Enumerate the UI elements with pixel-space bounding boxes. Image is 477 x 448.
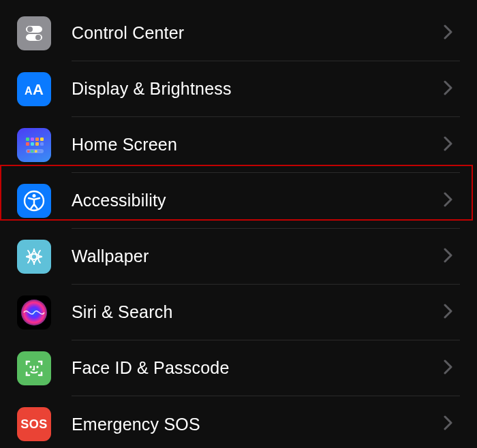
- settings-item-siri-search[interactable]: Siri & Search: [0, 285, 477, 340]
- siri-icon: [17, 295, 51, 330]
- svg-point-21: [31, 254, 37, 259]
- settings-item-display-brightness[interactable]: A A Display & Brightness: [0, 61, 477, 117]
- home-screen-icon: [17, 128, 51, 162]
- chevron-right-icon: [444, 192, 453, 210]
- chevron-right-icon: [444, 248, 453, 266]
- settings-item-face-id-passcode[interactable]: Face ID & Passcode: [0, 340, 477, 396]
- item-label: Face ID & Passcode: [72, 358, 229, 378]
- item-label: Home Screen: [72, 135, 177, 155]
- svg-rect-18: [39, 150, 42, 153]
- chevron-right-icon: [444, 25, 453, 42]
- item-body: Display & Brightness: [72, 61, 460, 117]
- svg-rect-15: [27, 150, 30, 153]
- item-body: Wallpaper: [72, 229, 460, 285]
- svg-rect-7: [31, 138, 34, 141]
- svg-point-24: [36, 366, 38, 368]
- wallpaper-icon: [17, 240, 51, 274]
- control-center-icon: [17, 16, 51, 50]
- svg-point-1: [27, 27, 33, 32]
- sos-icon: SOS: [17, 407, 51, 441]
- chevron-right-icon: [444, 359, 453, 377]
- item-body: Siri & Search: [72, 285, 460, 340]
- svg-rect-12: [35, 142, 39, 146]
- svg-text:A: A: [25, 85, 33, 97]
- svg-rect-16: [31, 150, 34, 153]
- svg-point-20: [33, 194, 36, 197]
- chevron-right-icon: [444, 80, 453, 98]
- chevron-right-icon: [444, 136, 453, 154]
- svg-rect-13: [40, 142, 44, 146]
- svg-text:A: A: [33, 81, 44, 98]
- svg-point-23: [29, 366, 31, 368]
- svg-rect-11: [31, 142, 34, 146]
- settings-item-accessibility[interactable]: Accessibility: [0, 173, 477, 229]
- settings-list: Control Center A A Display & Brightness: [0, 0, 477, 448]
- item-label: Emergency SOS: [72, 415, 200, 434]
- svg-rect-10: [26, 142, 29, 146]
- svg-rect-8: [35, 138, 39, 141]
- item-body: Accessibility: [72, 173, 460, 229]
- svg-rect-9: [40, 138, 44, 141]
- sos-icon-text: SOS: [20, 417, 48, 432]
- settings-item-wallpaper[interactable]: Wallpaper: [0, 229, 477, 285]
- item-body: Face ID & Passcode: [72, 340, 460, 396]
- chevron-right-icon: [444, 415, 453, 433]
- svg-point-3: [35, 35, 41, 40]
- svg-rect-6: [26, 138, 29, 141]
- item-body: Control Center: [72, 5, 460, 61]
- display-brightness-icon: A A: [17, 72, 51, 106]
- settings-item-control-center[interactable]: Control Center: [0, 5, 477, 61]
- item-label: Control Center: [72, 23, 184, 43]
- face-id-icon: [17, 351, 51, 385]
- settings-item-home-screen[interactable]: Home Screen: [0, 117, 477, 173]
- accessibility-icon: [17, 184, 51, 218]
- item-label: Wallpaper: [72, 246, 149, 266]
- settings-item-emergency-sos[interactable]: SOS Emergency SOS: [0, 396, 477, 448]
- svg-rect-17: [35, 150, 37, 153]
- item-label: Accessibility: [72, 191, 166, 210]
- item-label: Siri & Search: [72, 302, 173, 322]
- item-body: Home Screen: [72, 117, 460, 173]
- item-body: Emergency SOS: [72, 396, 460, 448]
- item-label: Display & Brightness: [72, 79, 232, 99]
- chevron-right-icon: [444, 304, 453, 321]
